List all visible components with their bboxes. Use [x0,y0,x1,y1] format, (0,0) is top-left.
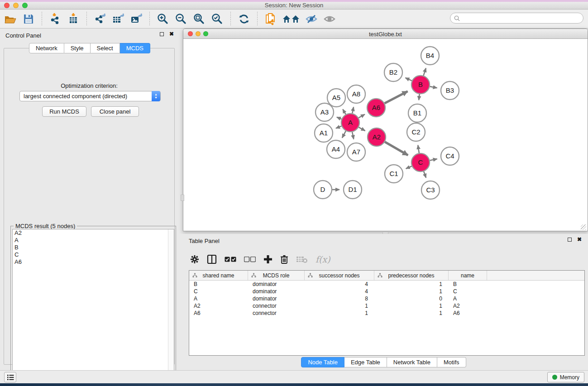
result-scrollbar[interactable] [168,229,174,378]
table-row[interactable]: A2connector11A2 [189,302,584,310]
search-field[interactable] [450,13,583,24]
node-B[interactable]: B [411,76,430,94]
node-C[interactable]: C [411,153,430,172]
node-A7[interactable]: A7 [347,143,365,161]
zoom-in-button[interactable] [155,11,171,27]
tab-select[interactable]: Select [91,43,120,53]
table-cell[interactable]: A2 [189,302,248,310]
node-A6[interactable]: A6 [367,99,385,117]
table-cell[interactable]: connector [248,310,305,317]
table-cell[interactable]: A [449,295,487,302]
edge-A6-B[interactable] [385,91,408,104]
result-item[interactable]: A2 [13,229,174,237]
column-header-successor-nodes[interactable]: successor nodes [305,271,374,280]
run-mcds-button[interactable]: Run MCDS [42,106,86,117]
node-D1[interactable]: D1 [344,181,362,199]
mcds-result-list[interactable]: A2ABCA6 [12,229,174,379]
node-B2[interactable]: B2 [384,63,402,81]
edge-A2-C[interactable] [385,142,408,155]
delete-table-button[interactable] [296,255,308,263]
table-cell[interactable]: B [449,281,487,288]
column-header-predecessor-nodes[interactable]: predecessor nodes [374,271,449,280]
close-panel-button[interactable]: Close panel [91,106,139,117]
node-A2[interactable]: A2 [368,128,386,146]
new-network-from-selection-button[interactable] [263,11,278,27]
result-item[interactable]: C [13,251,174,258]
node-C1[interactable]: C1 [385,165,403,183]
network-canvas[interactable]: B4B2BB3A5A8A6A3B1AA1C2A2A4A7CC4C1C3DD1 [184,39,587,231]
delete-column-button[interactable] [280,255,288,264]
node-B4[interactable]: B4 [421,47,439,65]
tab-style[interactable]: Style [64,43,91,53]
edge-A-A6[interactable] [359,114,365,118]
table-row[interactable]: A6connector11A6 [189,310,584,317]
window-resize-grip[interactable] [581,224,586,230]
close-panel-icon[interactable]: ✖ [169,32,174,36]
home-button[interactable] [281,11,301,27]
unselect-all-columns-button[interactable] [244,257,256,262]
criterion-dropdown[interactable]: largest connected component (directed) ▲… [19,91,161,101]
table-row[interactable]: Bdominator41B [189,281,584,288]
table-cell[interactable]: A [189,295,248,302]
memory-button[interactable]: Memory [547,372,584,382]
edge-C-C1[interactable] [406,166,412,168]
edge-A-A2[interactable] [359,127,365,131]
import-table-button[interactable] [66,11,81,27]
edge-A-A4[interactable] [342,131,346,138]
create-column-button[interactable] [263,255,272,264]
table-cell[interactable]: 4 [305,288,374,295]
table-cell[interactable]: A2 [449,302,487,310]
table-cell[interactable]: 1 [374,310,449,317]
column-header-shared-name[interactable]: shared name [189,271,248,280]
edge-B-B4[interactable] [424,68,426,76]
table-cell[interactable]: A6 [189,310,248,317]
edge-B-B1[interactable] [419,94,419,100]
node-B3[interactable]: B3 [441,81,459,100]
network-graph[interactable]: B4B2BB3A5A8A6A3B1AA1C2A2A4A7CC4C1C3DD1 [184,39,587,231]
zoom-out-button[interactable] [173,11,189,27]
tab-edge-table[interactable]: Edge Table [344,357,387,367]
table-cell[interactable]: 1 [374,302,449,310]
table-cell[interactable]: 4 [305,281,374,288]
export-image-button[interactable] [129,11,144,27]
show-graphics-details-button[interactable] [322,11,337,27]
tab-mcds[interactable]: MCDS [120,43,150,53]
edge-A-A8[interactable] [352,107,354,113]
node-A3[interactable]: A3 [316,103,334,121]
tab-node-table[interactable]: Node Table [301,357,344,367]
edge-C-C3[interactable] [424,172,426,178]
hide-graphics-details-button[interactable] [304,11,319,27]
save-session-button[interactable] [21,11,36,27]
node-C2[interactable]: C2 [407,123,425,141]
table-cell[interactable]: B [189,281,248,288]
tab-motifs[interactable]: Motifs [437,357,466,367]
tab-network-table[interactable]: Network Table [387,357,437,367]
search-input[interactable] [462,15,583,21]
zoom-selected-button[interactable] [210,11,225,27]
zoom-fit-button[interactable] [191,11,207,27]
result-item[interactable]: A [13,237,174,244]
table-cell[interactable]: 1 [305,310,374,317]
node-D[interactable]: D [314,181,332,199]
function-builder-button[interactable]: f(x) [316,254,330,264]
edge-A-A7[interactable] [352,132,354,139]
select-all-columns-button[interactable] [225,257,236,262]
column-header-MCDS-role[interactable]: MCDS role [248,271,305,280]
node-A1[interactable]: A1 [315,124,333,142]
export-network-button[interactable] [92,11,108,27]
show-column-panel-button[interactable] [207,254,217,264]
table-close-panel-icon[interactable]: ✖ [577,238,582,242]
edge-B-B2[interactable] [405,78,411,81]
tab-network[interactable]: Network [29,43,64,53]
table-row[interactable]: Adominator80A [189,295,584,302]
table-cell[interactable]: 1 [374,288,449,295]
node-A5[interactable]: A5 [327,89,345,107]
table-cell[interactable]: 0 [374,295,449,302]
table-cell[interactable]: C [189,288,248,295]
result-item[interactable]: B [13,244,174,251]
import-network-button[interactable] [48,11,63,27]
edge-C-C4[interactable] [430,159,437,160]
edge-A-A1[interactable] [336,126,341,129]
table-cell[interactable]: A6 [449,310,487,317]
table-cell[interactable]: 1 [305,302,374,310]
